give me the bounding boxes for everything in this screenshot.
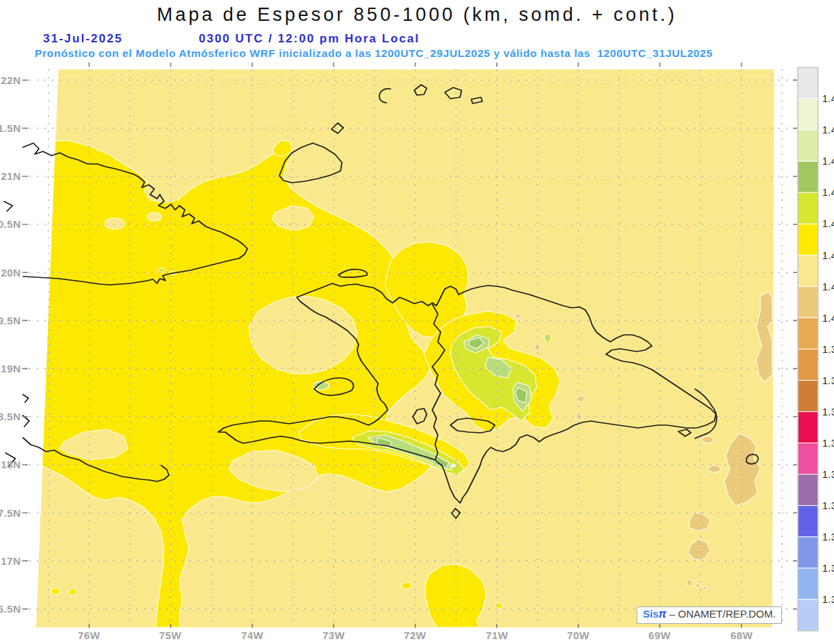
- thickness-region: [708, 465, 721, 472]
- colorbar-segment: [798, 192, 818, 224]
- credit-text: – ONAMET/REP.DOM.: [667, 608, 776, 620]
- thickness-region: [687, 580, 692, 586]
- lon-label: 73W: [322, 629, 345, 641]
- colorbar-segment: [798, 474, 818, 506]
- colorbar-label: 1.428: [822, 187, 834, 198]
- lon-label: 68W: [730, 629, 753, 641]
- lat-label: 0.5N: [0, 218, 21, 230]
- thickness-region: [158, 268, 165, 272]
- colorbar-label: 1.392: [822, 375, 834, 386]
- lon-label: 74W: [241, 629, 263, 641]
- colorbar-labels: 1.446 1.44 1.434 1.428 1.422 1.416 1.41 …: [822, 93, 834, 605]
- colorbar-label: 1.368: [822, 500, 834, 511]
- thickness-region: [147, 213, 161, 221]
- colorbar-segment: [798, 537, 818, 568]
- thickness-region: [703, 586, 707, 590]
- coast-fragment: [23, 395, 28, 402]
- colorbar-label: 1.374: [822, 469, 834, 480]
- colorbar-label: 1.38: [822, 438, 834, 449]
- lat-label: 9.5N: [0, 315, 21, 327]
- colorbar-segment: [798, 67, 818, 99]
- colorbar-segment: [798, 224, 818, 255]
- colorbar-label: 1.446: [822, 93, 834, 104]
- colorbar: [798, 67, 818, 631]
- colorbar-label: 1.422: [822, 218, 834, 229]
- lat-label: 6.5N: [0, 603, 21, 615]
- colorbar-segment: [798, 161, 818, 192]
- longitude-axis: 76W 75W 74W 73W 72W 71W 70W 69W 68W: [78, 629, 753, 641]
- left-axis-ticks: [23, 80, 28, 609]
- colorbar-label: 1.362: [822, 531, 834, 543]
- colorbar-segment: [798, 443, 818, 474]
- thickness-region: [51, 588, 60, 595]
- thickness-region: [516, 314, 521, 319]
- thickness-region: [546, 336, 550, 340]
- colorbar-segment: [798, 99, 818, 130]
- map-canvas: 22N 1.5N 21N 0.5N 20N 9.5N 19N 8.5N 18N …: [0, 0, 834, 644]
- lat-label: 1.5N: [0, 122, 21, 134]
- lon-label: 72W: [404, 629, 426, 641]
- colorbar-segment: [798, 412, 818, 443]
- lat-label: 21N: [1, 170, 21, 182]
- pi-icon: π: [659, 608, 667, 620]
- lon-label: 71W: [486, 629, 508, 641]
- latitude-axis: 22N 1.5N 21N 0.5N 20N 9.5N 19N 8.5N 18N …: [0, 74, 21, 615]
- colorbar-segment: [798, 286, 818, 317]
- lon-label: 70W: [567, 629, 589, 641]
- top-axis-ticks: [89, 63, 741, 67]
- colorbar-segment: [798, 381, 818, 412]
- colorbar-label: 1.41: [822, 281, 834, 292]
- lat-label: 20N: [1, 267, 21, 279]
- lat-label: 22N: [1, 74, 21, 86]
- colorbar-label: 1.35: [822, 594, 834, 605]
- lon-label: 76W: [78, 629, 100, 641]
- credit-box: Sisπ – ONAMET/REP.DOM.: [637, 606, 782, 624]
- sispi-logo-text: Sis: [643, 608, 659, 620]
- colorbar-segment: [798, 568, 818, 600]
- colorbar-label: 1.356: [822, 563, 834, 574]
- lon-label: 75W: [159, 629, 181, 641]
- colorbar-segment: [798, 255, 818, 286]
- lat-label: 18N: [1, 459, 21, 470]
- lat-label: 7.5N: [0, 507, 21, 519]
- lat-label: 8.5N: [0, 411, 21, 422]
- thickness-region: [69, 588, 77, 595]
- lon-label: 69W: [648, 629, 671, 641]
- lat-label: 17N: [1, 555, 21, 567]
- lat-label: 19N: [1, 363, 21, 374]
- right-axis-ticks: [793, 80, 797, 609]
- colorbar-label: 1.404: [822, 313, 834, 324]
- thickness-region: [105, 218, 124, 229]
- thickness-region: [696, 584, 700, 588]
- colorbar-label: 1.434: [822, 156, 834, 167]
- colorbar-label: 1.416: [822, 250, 834, 261]
- thickness-region: [402, 582, 411, 589]
- thickness-region: [702, 436, 713, 443]
- colorbar-segment: [798, 600, 818, 631]
- colorbar-label: 1.398: [822, 344, 834, 355]
- thickness-region: [450, 463, 456, 468]
- colorbar-segment: [798, 349, 818, 381]
- coast-fragment: [4, 201, 13, 211]
- colorbar-segment: [798, 130, 818, 161]
- colorbar-label: 1.386: [822, 406, 834, 418]
- weather-map-figure: Mapa de Espesor 850-1000 (km, somd. + co…: [0, 0, 834, 644]
- colorbar-segment: [798, 506, 818, 537]
- colorbar-label: 1.44: [822, 124, 834, 135]
- colorbar-segment: [798, 317, 818, 349]
